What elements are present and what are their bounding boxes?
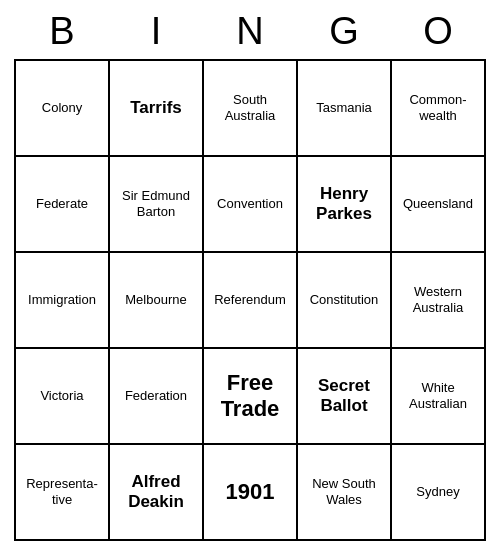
bingo-letter: O <box>391 10 485 53</box>
bingo-cell: New South Wales <box>298 445 392 541</box>
bingo-cell: Victoria <box>16 349 110 445</box>
bingo-cell: Sydney <box>392 445 486 541</box>
bingo-cell: Federation <box>110 349 204 445</box>
bingo-cell: Alfred Deakin <box>110 445 204 541</box>
bingo-cell: Melbourne <box>110 253 204 349</box>
bingo-cell: Western Australia <box>392 253 486 349</box>
bingo-cell: Secret Ballot <box>298 349 392 445</box>
bingo-cell: Henry Parkes <box>298 157 392 253</box>
bingo-cell: Common-wealth <box>392 61 486 157</box>
bingo-cell: Referendum <box>204 253 298 349</box>
bingo-cell: Queensland <box>392 157 486 253</box>
bingo-letter: N <box>203 10 297 53</box>
bingo-cell: Immigration <box>16 253 110 349</box>
bingo-cell: Federate <box>16 157 110 253</box>
bingo-cell: Colony <box>16 61 110 157</box>
bingo-cell: Free Trade <box>204 349 298 445</box>
bingo-letter: B <box>15 10 109 53</box>
bingo-cell: Representa-tive <box>16 445 110 541</box>
bingo-header: BINGO <box>15 10 485 53</box>
bingo-cell: Sir Edmund Barton <box>110 157 204 253</box>
bingo-grid: ColonyTarrifsSouth AustraliaTasmaniaComm… <box>14 59 486 541</box>
bingo-cell: 1901 <box>204 445 298 541</box>
bingo-cell: Convention <box>204 157 298 253</box>
bingo-letter: I <box>109 10 203 53</box>
bingo-cell: South Australia <box>204 61 298 157</box>
bingo-cell: Tasmania <box>298 61 392 157</box>
bingo-cell: Tarrifs <box>110 61 204 157</box>
bingo-cell: White Australian <box>392 349 486 445</box>
bingo-cell: Constitution <box>298 253 392 349</box>
bingo-letter: G <box>297 10 391 53</box>
